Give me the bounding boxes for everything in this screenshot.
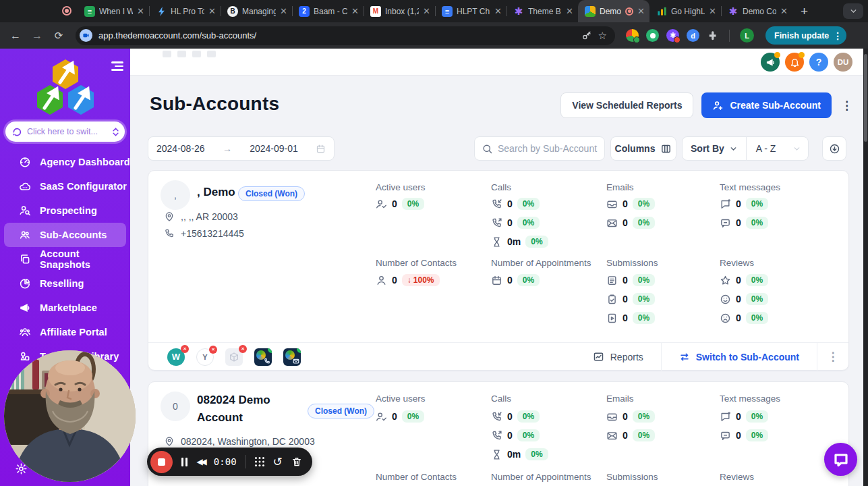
gauge-icon [19,156,31,168]
tab-hl-pro-tools[interactable]: HL Pro To✕ [149,0,221,22]
notifications-button[interactable] [785,53,804,72]
new-tab-button[interactable]: + [801,5,808,18]
sidebar-item-prospecting[interactable]: Prospecting [0,198,130,223]
extension-icon-4[interactable]: d [687,29,699,42]
tab-when-i-work[interactable]: ≡When I W✕ [78,0,149,22]
scrollbar-thumb[interactable] [864,54,867,142]
rewind-button[interactable]: ◀◀ [196,457,204,466]
extension-icon-1[interactable] [626,29,639,42]
finish-update-button[interactable]: Finish update⋮ [765,26,846,45]
metric-row: 00% [491,409,540,424]
user-icon [376,275,387,286]
switch-to-sub-account-button[interactable]: Switch to Sub-Account [662,352,817,362]
tab-close-icon[interactable]: ✕ [351,7,359,16]
wheniwork-favicon: ≡ [84,6,95,17]
back-button[interactable]: ← [7,30,24,42]
status-badge: Closed (Won) [238,186,305,201]
webcam-overlay[interactable] [4,350,136,482]
tab-theme-builder[interactable]: ✱Theme B✕ [507,0,578,22]
extension-icon-3[interactable]: ✱ [666,29,679,42]
columns-button[interactable]: Columns [610,136,676,161]
create-sub-account-button[interactable]: Create Sub-Account [701,92,832,118]
delete-recording-button[interactable] [291,456,302,467]
sidebar-item-account-snapshots[interactable]: Account Snapshots [0,247,130,271]
tab-overflow-button[interactable] [843,3,863,19]
megaphone-icon [765,57,776,68]
tab-gohighlevel[interactable]: Go HighL✕ [649,0,721,22]
tab-close-icon[interactable]: ✕ [208,7,216,16]
announcements-button[interactable] [761,53,780,72]
number-2-favicon: 2 [299,6,310,17]
reports-button[interactable]: Reports [575,351,661,362]
sub-account-avatar: , [161,180,190,210]
page-scrollbar[interactable] [863,49,868,486]
chat-widget-button[interactable] [824,443,857,476]
sub-account-name[interactable]: 082024 Demo Account [197,392,277,427]
sidebar-item-saas-configurator[interactable]: SaaS Configurator [0,174,130,198]
chrome-menu-icon[interactable]: ⋮ [833,31,842,40]
tab-close-icon[interactable]: ✕ [137,7,144,16]
sidebar-item-agency-dashboard[interactable]: Agency Dashboard [0,150,130,174]
phone-outgoing-icon [491,430,502,441]
tab-demo-active[interactable]: Demo✕ [578,0,649,22]
reload-button[interactable]: ⟳ [50,30,67,42]
user-avatar[interactable]: DU [834,53,852,72]
restart-recording-button[interactable]: ↺ [273,456,283,468]
app-email-integration-icon[interactable]: ✓ [283,348,301,366]
sub-account-avatar: 0 [161,392,190,421]
account-switcher[interactable]: Click here to swit... [5,122,125,142]
reports-chart-icon [593,351,604,362]
tab-demo-co[interactable]: ✱Demo Co✕ [721,0,792,22]
sub-account-name[interactable]: , Demo [197,186,235,199]
help-button[interactable]: ? [809,53,828,72]
yext-integration-icon[interactable]: Y× [196,348,214,366]
wordpress-integration-icon[interactable]: W× [167,348,185,366]
columns-icon [660,143,672,155]
tab-close-icon[interactable]: ✕ [423,7,430,16]
header-more-menu[interactable]: ⋮ [841,100,852,111]
address-bar[interactable]: app.thedemoaccount.com/sub-accounts/ ☆ [76,26,615,45]
tab-hlpt[interactable]: ≡HLPT Ch✕ [435,0,507,22]
metric-row: 00% [720,310,768,325]
card-more-menu[interactable]: ⋮ [817,351,848,362]
sort-order-select[interactable]: A - Z [747,143,808,154]
tab-close-icon[interactable]: ✕ [566,7,573,16]
bookmark-star-icon[interactable]: ☆ [598,30,607,42]
topbar-placeholder-icons [163,51,216,57]
browser-profile-avatar[interactable]: L [740,28,754,43]
mail-icon [606,217,618,229]
search-input[interactable] [498,143,598,154]
sub-account-search[interactable] [474,136,605,161]
tab-managing[interactable]: BManaging✕ [221,0,292,22]
extension-icon-2[interactable] [646,29,659,42]
tab-close-icon[interactable]: ✕ [780,7,788,16]
stop-recording-button[interactable] [150,451,173,473]
sidebar-item-affiliate-portal[interactable]: Affiliate Portal [0,320,130,344]
sidebar-collapse-icon[interactable] [111,59,123,73]
sidebar-item-reselling[interactable]: Reselling [0,271,130,296]
sidebar-item-sub-accounts[interactable]: Sub-Accounts [4,223,126,247]
user-check-icon [376,198,387,210]
tools-grid-icon[interactable] [255,457,264,466]
tab-close-icon[interactable]: ✕ [709,7,716,16]
cube-integration-icon[interactable]: × [225,348,243,366]
export-button[interactable] [822,136,846,161]
date-end[interactable]: 2024-09-01 [250,143,298,154]
date-range-picker[interactable]: 2024-08-26 → 2024-09-01 [148,136,335,161]
tab-close-icon[interactable]: ✕ [494,7,502,16]
passwords-key-icon[interactable] [581,30,592,41]
app-phone-integration-icon[interactable]: ✓ [254,348,272,366]
date-start[interactable]: 2024-08-26 [156,143,205,154]
metric-label: Submissions [606,258,658,268]
extensions-puzzle-icon[interactable] [707,30,719,42]
view-scheduled-reports-button[interactable]: View Scheduled Reports [560,92,693,118]
pause-recording-button[interactable] [181,458,187,466]
sort-by-button[interactable]: Sort By [683,137,747,160]
forward-button[interactable]: → [28,30,46,42]
tab-close-icon[interactable]: ✕ [280,7,287,16]
browser-toolbar: ← → ⟳ app.thedemoaccount.com/sub-account… [0,22,868,49]
tab-close-icon[interactable]: ✕ [637,7,645,16]
tab-baam[interactable]: 2Baam - C✕ [292,0,364,22]
sidebar-item-marketplace[interactable]: Marketplace [0,296,130,320]
tab-inbox[interactable]: MInbox (1,2✕ [364,0,435,22]
